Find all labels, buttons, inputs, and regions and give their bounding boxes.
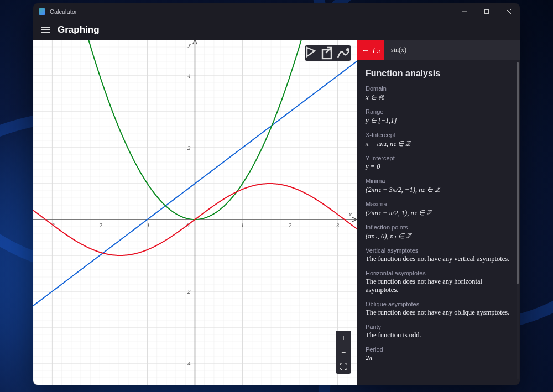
- trace-button[interactable]: [305, 45, 320, 61]
- header: Graphing: [33, 20, 520, 40]
- analysis-pane: ← f3 sin(x) Function analysis Domainx ∈ …: [357, 40, 520, 385]
- prop-value: (2πn₁ + π/2, 1), n₁ ∈ ℤ: [366, 208, 511, 217]
- prop-label: Maxima: [366, 201, 511, 207]
- svg-text:x: x: [348, 211, 352, 217]
- function-expression[interactable]: sin(x): [384, 40, 520, 60]
- scrollbar[interactable]: [517, 62, 519, 379]
- prop-label: Range: [366, 108, 511, 115]
- analysis-period: Period2π: [366, 346, 511, 362]
- prop-value: The function does not have any horizonta…: [366, 278, 511, 294]
- prop-label: Parity: [366, 323, 511, 330]
- svg-text:y: y: [188, 41, 191, 48]
- analysis-parity: ParityThe function is odd.: [366, 323, 511, 339]
- svg-text:1: 1: [241, 222, 244, 228]
- analysis-maxima: Maxima(2πn₁ + π/2, 1), n₁ ∈ ℤ: [366, 201, 511, 217]
- share-button[interactable]: [320, 45, 336, 61]
- minimize-button[interactable]: [453, 3, 476, 20]
- prop-label: Horizontal asymptotes: [366, 270, 511, 276]
- prop-label: Vertical asymptotes: [366, 247, 511, 254]
- prop-label: Period: [366, 346, 511, 353]
- svg-text:2: 2: [187, 144, 191, 151]
- prop-value: The function does not have any oblique a…: [366, 309, 511, 317]
- prop-value: x ∈ ℝ: [366, 93, 511, 102]
- graph-pane[interactable]: -3-2-1123-4-224xy0 + − ⛶: [33, 40, 357, 385]
- analysis-range: Rangey ∈ [−1,1]: [366, 108, 511, 125]
- analysis-oblique-asymptotes: Oblique asymptotesThe function does not …: [366, 301, 511, 317]
- app-icon: [39, 8, 45, 15]
- prop-label: Domain: [366, 85, 511, 92]
- svg-text:2: 2: [289, 222, 292, 228]
- analysis-inflection-points: Inflection points(πn₁, 0), n₁ ∈ ℤ: [366, 224, 511, 241]
- prop-value: (2πn₁ + 3π/2, −1), n₁ ∈ ℤ: [366, 185, 511, 194]
- prop-label: Oblique asymptotes: [366, 301, 511, 307]
- close-button[interactable]: [498, 3, 520, 20]
- analysis-domain: Domainx ∈ ℝ: [366, 85, 511, 102]
- zoom-fit-button[interactable]: ⛶: [336, 359, 351, 374]
- prop-value: y ∈ [−1,1]: [366, 116, 511, 125]
- svg-text:-2: -2: [97, 222, 103, 228]
- analysis-x-intercept: X-Interceptx = πn₁, n₁ ∈ ℤ: [366, 132, 511, 148]
- svg-point-118: [346, 48, 349, 51]
- prop-label: Inflection points: [366, 224, 511, 231]
- svg-text:-4: -4: [185, 360, 191, 367]
- svg-text:-2: -2: [185, 288, 191, 295]
- svg-text:-1: -1: [145, 222, 150, 228]
- analysis-horizontal-asymptotes: Horizontal asymptotesThe function does n…: [366, 270, 511, 294]
- graph-options-button[interactable]: [336, 45, 351, 61]
- prop-value: (πn₁, 0), n₁ ∈ ℤ: [366, 232, 511, 241]
- prop-label: Minima: [366, 177, 511, 184]
- prop-value: 2π: [366, 354, 511, 362]
- prop-label: Y-Intercept: [366, 155, 511, 161]
- back-arrow-icon: ←: [361, 45, 369, 55]
- analysis-heading: Function analysis: [366, 69, 511, 79]
- titlebar[interactable]: Calculator: [33, 3, 520, 20]
- prop-value: x = πn₁, n₁ ∈ ℤ: [366, 139, 511, 148]
- graph-canvas[interactable]: -3-2-1123-4-224xy0: [33, 40, 357, 385]
- zoom-in-button[interactable]: +: [336, 331, 351, 345]
- app-window: Calculator Graphing -3-2-1123-4-224xy0: [33, 3, 520, 385]
- back-button[interactable]: ← f3: [357, 40, 384, 60]
- prop-value: The function does not have any vertical …: [366, 255, 511, 263]
- svg-text:4: 4: [187, 72, 191, 79]
- zoom-controls: + − ⛶: [336, 331, 351, 374]
- zoom-out-button[interactable]: −: [336, 345, 351, 359]
- analysis-minima: Minima(2πn₁ + 3π/2, −1), n₁ ∈ ℤ: [366, 177, 511, 194]
- app-title: Calculator: [50, 8, 77, 15]
- analysis-vertical-asymptotes: Vertical asymptotesThe function does not…: [366, 247, 511, 263]
- prop-value: The function is odd.: [366, 331, 511, 339]
- graph-toolbar: [305, 45, 351, 61]
- maximize-button[interactable]: [476, 3, 498, 20]
- svg-rect-1: [485, 10, 489, 14]
- mode-title: Graphing: [58, 24, 100, 35]
- svg-text:3: 3: [336, 222, 340, 228]
- analysis-y-intercept: Y-Intercepty = 0: [366, 155, 511, 171]
- hamburger-icon[interactable]: [41, 27, 50, 33]
- prop-value: y = 0: [366, 163, 511, 171]
- prop-label: X-Intercept: [366, 132, 511, 138]
